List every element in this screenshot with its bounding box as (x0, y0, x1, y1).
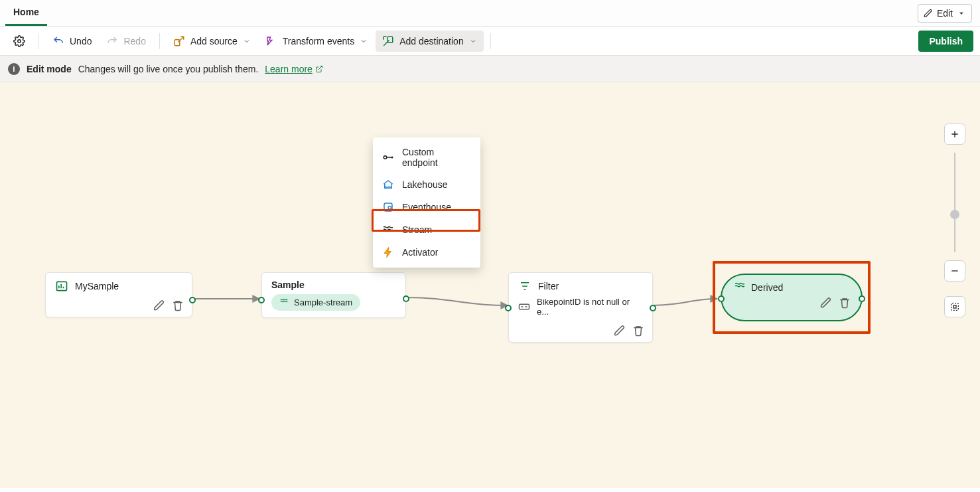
node-mysample-title: MySample (75, 281, 119, 291)
filter-condition-text: BikepointID is not null or e... (537, 297, 643, 317)
activator-icon (382, 246, 394, 258)
redo-label: Redo (123, 36, 145, 46)
info-text: Changes will go live once you publish th… (78, 64, 259, 74)
menu-item-label: Eventhouse (402, 202, 451, 212)
node-derived-title: Derived (751, 282, 783, 293)
stream-icon (279, 297, 289, 308)
svg-rect-2 (387, 37, 393, 42)
add-source-icon (173, 35, 185, 47)
info-icon: i (8, 63, 20, 75)
filter-icon (518, 280, 531, 293)
external-link-icon (315, 65, 323, 73)
stream-icon (382, 224, 394, 236)
svg-rect-5 (520, 304, 529, 309)
node-mysample[interactable]: MySample (45, 272, 192, 317)
add-destination-label: Add destination (399, 36, 464, 46)
chevron-down-icon (360, 37, 368, 45)
menu-item-eventhouse[interactable]: Eventhouse (373, 196, 480, 218)
lakehouse-icon (382, 179, 394, 191)
chevron-down-icon (957, 9, 966, 18)
delete-node-button[interactable] (172, 299, 184, 311)
edit-node-button[interactable] (153, 299, 165, 311)
menu-item-custom-endpoint[interactable]: Custom endpoint (373, 141, 480, 173)
redo-icon (106, 35, 118, 47)
info-bar: i Edit mode Changes will go live once yo… (0, 56, 980, 82)
zoom-slider[interactable] (954, 153, 955, 252)
svg-rect-10 (951, 303, 959, 311)
canvas[interactable]: MySample Sample Sample-stream (0, 82, 980, 488)
node-derived[interactable]: Derived (721, 274, 863, 321)
menu-item-lakehouse[interactable]: Lakehouse (373, 173, 480, 196)
zoom-controls (944, 123, 965, 317)
svg-line-3 (318, 66, 322, 70)
menu-item-label: Custom endpoint (402, 147, 471, 168)
undo-label: Undo (70, 36, 92, 46)
edit-node-button[interactable] (820, 297, 832, 311)
ribbon-row: Home Edit (0, 0, 980, 27)
chevron-down-icon (469, 37, 477, 45)
add-destination-button[interactable]: Add destination (376, 31, 484, 52)
svg-point-7 (391, 157, 393, 158)
node-sample[interactable]: Sample Sample-stream (261, 272, 406, 318)
edit-mode-button[interactable]: Edit (918, 4, 972, 23)
menu-item-label: Stream (402, 224, 432, 235)
zoom-slider-thumb[interactable] (950, 210, 959, 219)
svg-point-0 (18, 39, 21, 42)
condition-icon (518, 302, 530, 311)
tab-home-label: Home (13, 7, 39, 17)
publish-label: Publish (929, 36, 963, 46)
chevron-down-icon (243, 37, 251, 45)
undo-button[interactable]: Undo (46, 31, 98, 52)
transform-label: Transform events (283, 36, 354, 46)
pencil-icon (924, 9, 933, 18)
input-port[interactable] (258, 297, 265, 303)
fit-screen-button[interactable] (944, 296, 965, 317)
settings-button[interactable] (7, 31, 32, 52)
menu-item-stream[interactable]: Stream (373, 218, 480, 241)
stream-pill-label: Sample-stream (294, 297, 352, 307)
undo-icon (52, 35, 64, 47)
learn-more-label: Learn more (265, 64, 313, 74)
transform-events-button[interactable]: Transform events (259, 31, 374, 52)
output-port[interactable] (189, 297, 196, 303)
edit-button-label: Edit (937, 8, 953, 19)
delete-node-button[interactable] (839, 297, 851, 311)
edit-node-button[interactable] (614, 325, 626, 337)
tab-home[interactable]: Home (5, 0, 47, 26)
menu-item-label: Activator (402, 247, 438, 258)
separator (490, 33, 491, 49)
ribbon-tabs: Home (5, 0, 47, 26)
node-filter[interactable]: Filter BikepointID is not null or e... (508, 272, 653, 343)
svg-point-9 (388, 206, 391, 210)
endpoint-icon (382, 151, 394, 163)
info-title: Edit mode (27, 64, 72, 74)
stream-icon (734, 280, 746, 294)
node-sample-title: Sample (271, 280, 305, 290)
output-port[interactable] (650, 305, 656, 311)
transform-icon (265, 35, 277, 47)
output-port[interactable] (859, 295, 865, 302)
output-port[interactable] (403, 295, 409, 302)
svg-rect-11 (953, 305, 956, 308)
input-port[interactable] (718, 295, 725, 302)
learn-more-link[interactable]: Learn more (265, 64, 323, 74)
redo-button[interactable]: Redo (100, 31, 152, 52)
zoom-in-button[interactable] (944, 123, 965, 145)
node-filter-title: Filter (538, 281, 559, 291)
delete-node-button[interactable] (632, 325, 644, 337)
eventhouse-icon (382, 201, 394, 213)
eventstream-icon (55, 280, 68, 293)
publish-button[interactable]: Publish (918, 31, 973, 52)
add-source-button[interactable]: Add source (167, 31, 257, 52)
input-port[interactable] (505, 305, 512, 311)
add-destination-icon (382, 35, 394, 47)
svg-rect-1 (175, 39, 180, 45)
gear-icon (13, 35, 25, 47)
svg-point-6 (384, 156, 387, 159)
stream-pill[interactable]: Sample-stream (271, 294, 360, 311)
add-source-label: Add source (190, 36, 238, 46)
separator (159, 33, 160, 49)
menu-item-activator[interactable]: Activator (373, 241, 480, 264)
zoom-out-button[interactable] (944, 260, 965, 282)
separator (38, 33, 39, 49)
